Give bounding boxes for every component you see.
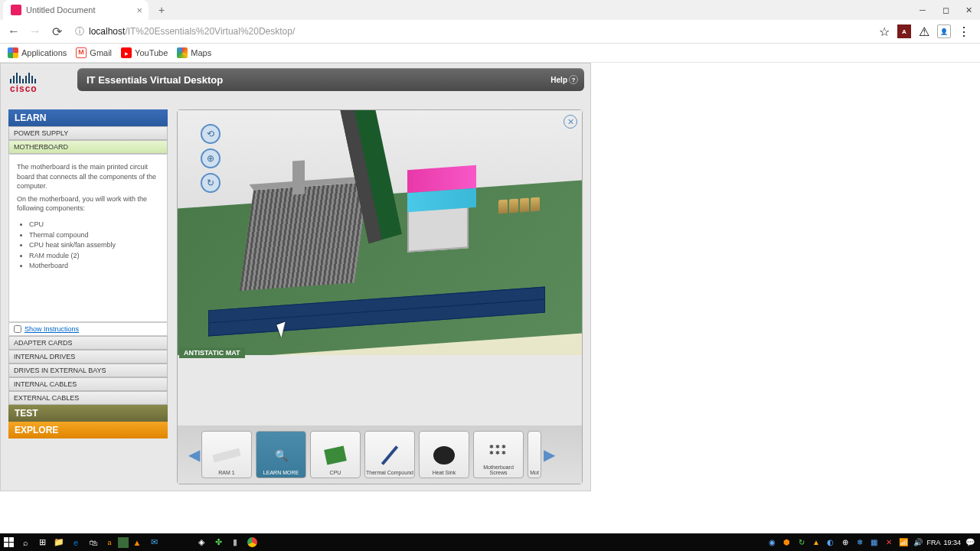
- show-instructions-toggle[interactable]: Show Instructions: [8, 322, 168, 336]
- tray-item-cpu[interactable]: CPU: [310, 431, 361, 478]
- tray-item-screws[interactable]: ✱✱✱✱✱✱ Motherboard Screws: [473, 431, 524, 478]
- reload-button[interactable]: ⟳: [47, 22, 66, 41]
- tray-item-thermal[interactable]: Thermal Compound: [364, 431, 415, 478]
- heatsink-thumb-icon: [429, 443, 459, 468]
- maximize-button[interactable]: ◻: [934, 0, 957, 20]
- tray-item-ram1[interactable]: RAM 1: [201, 431, 252, 478]
- favicon-icon: [11, 5, 21, 15]
- chrome-icon[interactable]: [243, 534, 260, 551]
- clock[interactable]: 19:34: [943, 539, 961, 546]
- youtube-icon: ▶: [121, 47, 132, 58]
- vlc-icon[interactable]: ▲: [129, 534, 145, 551]
- tray-icon[interactable]: ❄: [854, 536, 865, 548]
- zoom-button[interactable]: ⊕: [201, 148, 220, 168]
- cpu-thumb-icon: [320, 443, 351, 468]
- new-tab-button[interactable]: +: [155, 3, 168, 17]
- windows-icon: [4, 537, 14, 547]
- volume-icon[interactable]: 🔊: [912, 536, 923, 548]
- section-learn[interactable]: LEARN: [8, 109, 168, 126]
- mail-icon[interactable]: ✉: [145, 534, 162, 551]
- browser-tab[interactable]: Untitled Document ×: [3, 0, 149, 20]
- tray-prev-button[interactable]: ◀: [190, 439, 198, 470]
- tray-icon[interactable]: ⊕: [839, 536, 851, 548]
- app-frame: cisco IT Essentials Virtual Desktop Help…: [0, 63, 591, 491]
- help-button[interactable]: Help?: [550, 75, 578, 84]
- extension-warning-icon[interactable]: ⚠: [917, 24, 931, 38]
- nav-internal-cables[interactable]: INTERNAL CABLES: [8, 377, 168, 391]
- tray-icon[interactable]: ⬢: [781, 536, 792, 548]
- tray-item-learn-more[interactable]: 🔍 LEARN MORE: [256, 431, 306, 478]
- notifications-icon[interactable]: 💬: [964, 536, 975, 548]
- antistatic-mat-label: ANTISTATIC MAT: [179, 347, 245, 358]
- start-button[interactable]: [0, 533, 17, 551]
- close-button[interactable]: ✕: [957, 0, 980, 20]
- tray-icon[interactable]: ▦: [868, 536, 880, 548]
- tray-icon[interactable]: ▲: [810, 536, 822, 548]
- nav-adapter-cards[interactable]: ADAPTER CARDS: [8, 336, 168, 350]
- app-icon-2[interactable]: ✤: [210, 534, 227, 551]
- menu-icon[interactable]: ⋮: [957, 24, 971, 38]
- scene-3d[interactable]: ✕ ⟲ ⊕ ↻: [178, 110, 582, 355]
- tray-icon[interactable]: ↻: [795, 536, 807, 548]
- tray-icon[interactable]: ◉: [766, 536, 778, 548]
- magnifier-icon: 🔍: [266, 443, 296, 468]
- show-instructions-checkbox[interactable]: [14, 325, 21, 333]
- minimize-button[interactable]: ─: [911, 0, 934, 20]
- nav-internal-drives[interactable]: INTERNAL DRIVES: [8, 350, 168, 364]
- url-input[interactable]: ⓘ localhost/IT%20Essentials%20Virtual%20…: [69, 25, 874, 38]
- app-icon-3[interactable]: ▮: [227, 534, 243, 551]
- tray-next-button[interactable]: ▶: [545, 439, 553, 470]
- tray-item-motherboard[interactable]: Mot: [528, 431, 541, 478]
- apps-button[interactable]: Applications: [8, 47, 67, 58]
- language-indicator[interactable]: FRA: [926, 539, 940, 546]
- network-icon[interactable]: 📶: [897, 536, 909, 548]
- vrm-graphic: [292, 160, 305, 194]
- sidebar: LEARN POWER SUPPLY MOTHERBOARD The mothe…: [8, 109, 168, 439]
- dropbox-icon[interactable]: ◈: [193, 534, 210, 551]
- amazon-icon[interactable]: a: [101, 534, 118, 551]
- chipset-graphic: [407, 165, 476, 212]
- help-icon: ?: [569, 75, 578, 84]
- bookmark-gmail[interactable]: M Gmail: [76, 47, 112, 58]
- task-view-button[interactable]: ⊞: [34, 534, 51, 551]
- address-bar: ← → ⟳ ⓘ localhost/IT%20Essentials%20Virt…: [0, 20, 980, 44]
- nav-motherboard[interactable]: MOTHERBOARD: [8, 140, 168, 154]
- nav-power-supply[interactable]: POWER SUPPLY: [8, 126, 168, 140]
- ram-thumb-icon: [211, 443, 242, 468]
- rotate-button[interactable]: ⟲: [201, 124, 220, 144]
- bookmarks-bar: Applications M Gmail ▶ YouTube Maps: [0, 44, 980, 63]
- url-host: localhost: [89, 26, 125, 37]
- extension-adobe-icon[interactable]: A: [897, 24, 911, 38]
- screws-thumb-icon: ✱✱✱✱✱✱: [483, 438, 514, 462]
- tray-icon[interactable]: ✕: [883, 536, 894, 548]
- nav-external-cables[interactable]: EXTERNAL CABLES: [8, 391, 168, 405]
- site-info-icon[interactable]: ⓘ: [75, 25, 84, 38]
- forward-button[interactable]: →: [26, 22, 44, 41]
- back-button[interactable]: ←: [5, 22, 23, 41]
- bookmark-maps[interactable]: Maps: [177, 47, 211, 58]
- close-icon[interactable]: ×: [136, 5, 142, 16]
- app-icon-1[interactable]: [118, 537, 129, 548]
- tray-icon[interactable]: ◐: [825, 536, 836, 548]
- heatsink-graphic: [240, 182, 368, 291]
- search-button[interactable]: ⌕: [17, 534, 34, 551]
- edge-icon[interactable]: e: [67, 534, 84, 551]
- section-test[interactable]: TEST: [8, 405, 168, 422]
- reset-view-button[interactable]: ↻: [201, 173, 220, 193]
- section-explore[interactable]: EXPLORE: [8, 422, 168, 439]
- app-title: IT Essentials Virtual Desktop: [87, 74, 223, 86]
- maps-icon: [177, 47, 188, 58]
- file-explorer-icon[interactable]: 📁: [51, 534, 67, 551]
- capacitors-graphic: [498, 197, 551, 231]
- bookmark-youtube[interactable]: ▶ YouTube: [121, 47, 168, 58]
- system-tray: ◉ ⬢ ↻ ▲ ◐ ⊕ ❄ ▦ ✕ 📶 🔊 FRA 19:34 💬: [766, 536, 980, 548]
- app-title-bar: IT Essentials Virtual Desktop Help?: [77, 68, 584, 91]
- tray-item-heatsink[interactable]: Heat Sink: [419, 431, 469, 478]
- close-scene-button[interactable]: ✕: [564, 115, 577, 129]
- profile-icon[interactable]: 👤: [937, 24, 951, 38]
- url-path: /IT%20Essentials%20Virtual%20Desktop/: [125, 26, 295, 37]
- bookmark-star-icon[interactable]: ☆: [877, 24, 891, 38]
- nav-external-bays[interactable]: DRIVES IN EXTERNAL BAYS: [8, 364, 168, 377]
- store-icon[interactable]: 🛍: [84, 534, 101, 551]
- window-titlebar: Untitled Document × + ─ ◻ ✕: [0, 0, 980, 20]
